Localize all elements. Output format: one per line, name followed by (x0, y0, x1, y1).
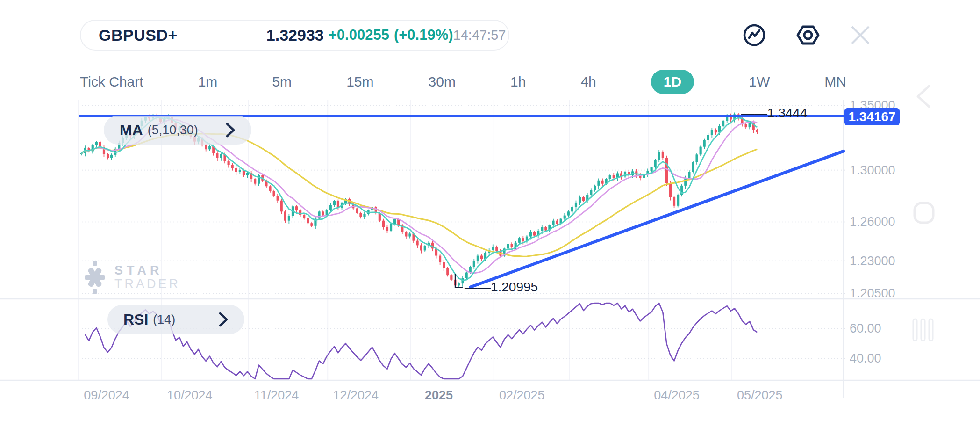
price-axis-label: 1.30000 (850, 163, 895, 178)
tab-4h[interactable]: 4h (580, 74, 596, 90)
date-axis-label: 02/2025 (499, 388, 545, 403)
price-change-percent: (+0.19%) (394, 27, 453, 44)
tab-tick-chart[interactable]: Tick Chart (80, 74, 143, 90)
price-and-rsi-chart: ——1.3444——1.20995 (0, 0, 980, 428)
price-axis-label: 1.20500 (850, 286, 895, 301)
annotations: ——1.3444——1.20995 (455, 106, 808, 294)
ma-indicator-name: MA (120, 122, 143, 139)
ma-indicator-params: (5,10,30) (148, 123, 198, 138)
watermark-line1: STAR (114, 264, 180, 277)
watermark-line2: TRADER (114, 277, 180, 291)
date-axis-label: 09/2024 (84, 388, 129, 403)
tab-5m[interactable]: 5m (272, 74, 292, 90)
chevron-right-icon (218, 312, 229, 327)
date-axis-label: 11/2024 (254, 388, 299, 403)
price-axis-label: 1.23000 (850, 254, 895, 268)
tab-1d[interactable]: 1D (651, 70, 694, 94)
close-icon[interactable] (848, 23, 873, 47)
date-axis-label: 05/2025 (737, 388, 783, 403)
date-axis-label: 12/2024 (333, 388, 379, 403)
date-axis-label: 10/2024 (167, 388, 213, 403)
watermark: STAR TRADER (82, 261, 180, 294)
rsi-indicator-params: (14) (153, 312, 175, 327)
tab-30m[interactable]: 30m (429, 74, 456, 90)
ma-indicator-pill[interactable]: MA (5,10,30) (104, 116, 251, 145)
chart-line-icon[interactable] (742, 23, 766, 47)
svg-text:——1.20995: ——1.20995 (465, 280, 538, 294)
grip-handle-icon[interactable] (911, 318, 935, 341)
settings-hex-icon[interactable] (796, 23, 820, 47)
quote-time: 14:47:57 (453, 28, 506, 43)
svg-text:——1.3444: ——1.3444 (741, 106, 808, 120)
current-price: 1.32933 (266, 26, 324, 44)
price-line-badge: 1.34167 (844, 108, 900, 125)
rsi-indicator-pill[interactable]: RSI (14) (107, 305, 244, 334)
rsi-axis-label: 40.00 (850, 351, 881, 366)
timeframe-tabs: Tick Chart1m5m15m30m1h4h1D1WMN (80, 69, 846, 94)
collapse-panel-chevron-icon[interactable] (912, 83, 934, 109)
price-axis-label: 1.26000 (850, 215, 895, 229)
price-change: +0.00255 (329, 27, 389, 44)
tab-mn[interactable]: MN (824, 74, 846, 90)
rsi-indicator-name: RSI (123, 311, 148, 328)
squircle-handle-icon[interactable] (913, 201, 935, 225)
tab-15m[interactable]: 15m (346, 74, 373, 90)
symbol-info-pill[interactable]: GBPUSD+ 1.32933 +0.00255 (+0.19%) 14:47:… (80, 20, 509, 51)
rsi-axis-label: 60.00 (850, 321, 881, 336)
date-axis-label: 2025 (425, 388, 453, 403)
star-trader-logo-icon (82, 261, 108, 294)
symbol-name: GBPUSD+ (99, 26, 178, 44)
date-axis-label: 04/2025 (654, 388, 700, 403)
chart-canvas[interactable]: ——1.3444——1.20995 (0, 0, 980, 428)
tab-1h[interactable]: 1h (510, 74, 526, 90)
tab-1w[interactable]: 1W (749, 74, 770, 90)
trading-app-screen: { "header": { "symbol": "GBPUSD+", "pric… (0, 0, 980, 428)
chevron-right-icon (225, 122, 236, 138)
tab-1m[interactable]: 1m (198, 74, 218, 90)
